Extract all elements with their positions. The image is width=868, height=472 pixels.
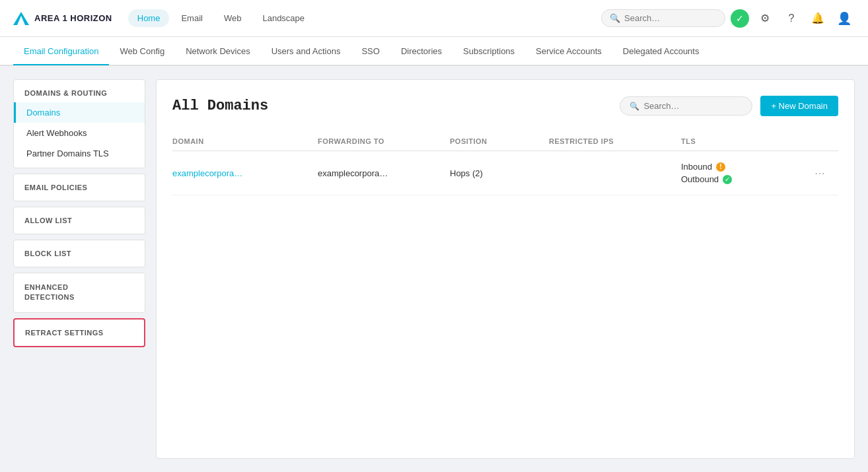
tls-outbound-status-icon: ✓ — [723, 175, 732, 184]
sidebar-section-domains-routing: DOMAINS & ROUTING Domains Alert Webhooks… — [13, 79, 145, 168]
content-header: All Domains 🔍 + New Domain — [172, 96, 838, 116]
help-icon[interactable]: ? — [781, 8, 802, 29]
logo-text: AREA 1 HORIZON — [34, 13, 112, 23]
domain-search-box[interactable]: 🔍 — [620, 96, 752, 116]
sidebar-item-alert-webhooks[interactable]: Alert Webhooks — [14, 123, 145, 143]
row-more-options-button[interactable]: ⋯ — [812, 164, 838, 182]
content-area: All Domains 🔍 + New Domain DOMAIN FORWAR… — [156, 79, 855, 459]
header-actions — [812, 137, 838, 145]
content-actions: 🔍 + New Domain — [620, 96, 838, 116]
sidebar-item-domains[interactable]: Domains — [14, 102, 145, 123]
cell-domain[interactable]: examplecorpora… — [172, 168, 318, 178]
sidebar-item-email-policies[interactable]: EMAIL POLICIES — [13, 174, 145, 201]
tls-inbound-row: Inbound ! — [681, 162, 812, 172]
sidebar-section-title-domains: DOMAINS & ROUTING — [14, 80, 145, 102]
tab-subscriptions[interactable]: Subscriptions — [452, 38, 525, 65]
logo: AREA 1 HORIZON — [13, 12, 112, 25]
sidebar-item-allow-list[interactable]: ALLOW LIST — [13, 207, 145, 234]
search-icon: 🔍 — [610, 13, 620, 23]
tls-inbound-label: Inbound — [681, 162, 712, 172]
domain-search-input[interactable] — [643, 101, 742, 111]
tab-network-devices[interactable]: Network Devices — [175, 38, 261, 65]
tls-outbound-label: Outbound — [681, 174, 719, 184]
main-layout: DOMAINS & ROUTING Domains Alert Webhooks… — [0, 66, 868, 472]
top-right-actions: 🔍 ✓ ⚙ ? 🔔 👤 — [601, 8, 855, 29]
second-nav: Email Configuration Web Config Network D… — [0, 37, 868, 66]
header-restricted-ips: RESTRICTED IPS — [549, 137, 681, 145]
tab-delegated-accounts[interactable]: Delegated Accounts — [612, 38, 710, 65]
sidebar-item-partner-domains-tls[interactable]: Partner Domains TLS — [14, 143, 145, 168]
user-avatar[interactable]: 👤 — [834, 8, 855, 29]
tab-service-accounts[interactable]: Service Accounts — [525, 38, 612, 65]
new-domain-button[interactable]: + New Domain — [760, 96, 838, 116]
header-tls: TLS — [681, 137, 812, 145]
security-status-icon: ✓ — [731, 9, 749, 28]
cell-forwarding-to: examplecorpora… — [318, 168, 450, 178]
sidebar: DOMAINS & ROUTING Domains Alert Webhooks… — [13, 79, 145, 459]
tab-sso[interactable]: SSO — [351, 38, 390, 65]
header-domain: DOMAIN — [172, 137, 318, 145]
tab-web-config[interactable]: Web Config — [109, 38, 175, 65]
logo-icon — [13, 12, 29, 25]
sidebar-item-retract-settings[interactable]: RETRACT SETTINGS — [13, 318, 145, 347]
global-search-box[interactable]: 🔍 — [601, 9, 725, 27]
table-headers: DOMAIN FORWARDING TO POSITION RESTRICTED… — [172, 132, 838, 151]
tab-directories[interactable]: Directories — [390, 38, 452, 65]
header-position: POSITION — [450, 137, 549, 145]
top-nav-landscape[interactable]: Landscape — [253, 9, 314, 27]
tab-email-configuration[interactable]: Email Configuration — [13, 38, 109, 65]
top-nav-web[interactable]: Web — [215, 9, 251, 27]
global-search-input[interactable] — [624, 13, 717, 23]
header-forwarding-to: FORWARDING TO — [318, 137, 450, 145]
notifications-icon[interactable]: 🔔 — [807, 8, 828, 29]
page-title: All Domains — [172, 98, 268, 114]
domain-search-icon: 🔍 — [630, 102, 639, 111]
sidebar-item-enhanced-detections[interactable]: ENHANCEDDETECTIONS — [13, 273, 145, 313]
table-row: examplecorpora… examplecorpora… Hops (2)… — [172, 151, 838, 195]
top-nav-home[interactable]: Home — [128, 9, 170, 27]
top-nav-email[interactable]: Email — [172, 9, 212, 27]
cell-tls: Inbound ! Outbound ✓ — [681, 162, 812, 184]
sidebar-item-block-list[interactable]: BLOCK LIST — [13, 240, 145, 267]
tls-outbound-row: Outbound ✓ — [681, 174, 812, 184]
top-bar: AREA 1 HORIZON Home Email Web Landscape … — [0, 0, 868, 37]
settings-icon[interactable]: ⚙ — [754, 8, 776, 29]
cell-position: Hops (2) — [450, 168, 549, 178]
tab-users-and-actions[interactable]: Users and Actions — [261, 38, 351, 65]
tls-inbound-status-icon: ! — [716, 162, 725, 172]
top-nav: Home Email Web Landscape — [128, 9, 601, 27]
